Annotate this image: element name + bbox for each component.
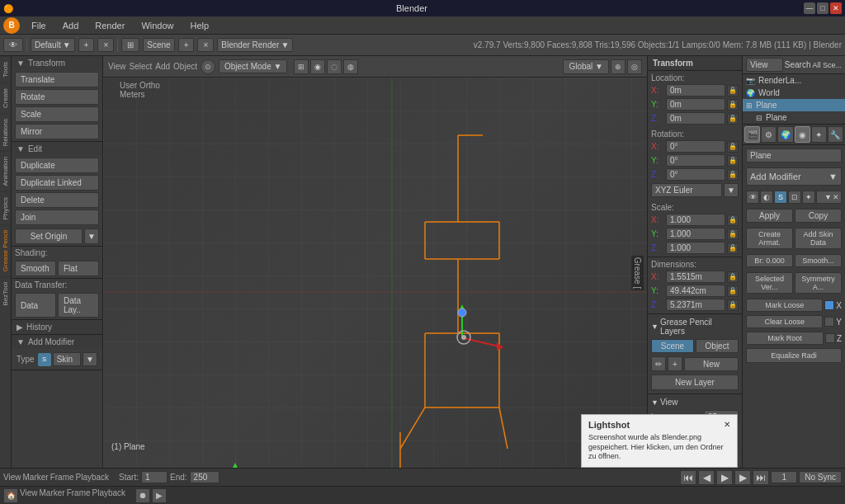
- symmetry-button[interactable]: Symmetry A...: [795, 272, 842, 294]
- add-skin-data-button[interactable]: Add Skin Data: [795, 228, 842, 249]
- object-mode-selector[interactable]: Object Mode ▼: [219, 59, 287, 73]
- copy-button[interactable]: Copy: [795, 209, 842, 223]
- status-icon1[interactable]: 🏠: [3, 488, 18, 503]
- outliner-renderla[interactable]: 📷 RenderLa...: [743, 74, 845, 87]
- location-x-lock[interactable]: 🔒: [727, 85, 739, 97]
- location-z-lock[interactable]: 🔒: [727, 113, 739, 125]
- status-playback-btn[interactable]: Playback: [92, 488, 126, 503]
- tab-beztool[interactable]: BezTool: [0, 276, 11, 310]
- tab-physics[interactable]: Physics: [0, 191, 11, 225]
- timeline-playback-btn[interactable]: Playback: [76, 473, 110, 482]
- data-lay-button[interactable]: Data Lay..: [58, 293, 99, 318]
- layout-options[interactable]: +: [78, 38, 95, 52]
- edit-header[interactable]: ▼ Edit: [12, 142, 102, 156]
- outliner-world[interactable]: 🌍 World: [743, 87, 845, 99]
- selected-ver-button[interactable]: Selected Ver...: [746, 272, 793, 294]
- view-icon-btn[interactable]: 👁: [3, 38, 23, 52]
- proportional-icon[interactable]: ◎: [627, 59, 642, 74]
- object-menu-item[interactable]: Object: [173, 62, 197, 71]
- smooth-button[interactable]: Smooth: [15, 261, 56, 276]
- scale-x-value[interactable]: 1.000: [666, 214, 725, 226]
- timeline-marker-btn[interactable]: Marker: [23, 473, 49, 482]
- viewport[interactable]: View Select Add Object ⊙ Object Mode ▼ ⊞…: [103, 56, 647, 468]
- magnet-icon[interactable]: ⊕: [611, 59, 625, 74]
- menu-add[interactable]: Add: [58, 19, 84, 32]
- viewport-rendered-icon[interactable]: ◍: [343, 59, 358, 74]
- prop-icon-constraints[interactable]: ✦: [811, 126, 827, 143]
- status-marker-btn[interactable]: Marker: [40, 488, 65, 503]
- duplicate-linked-button[interactable]: Duplicate Linked: [15, 175, 99, 191]
- create-armature-button[interactable]: Create Armat.: [746, 228, 793, 249]
- prop-icon-world[interactable]: 🌍: [777, 126, 793, 143]
- maximize-button[interactable]: □: [817, 2, 828, 14]
- data-button[interactable]: Data: [15, 293, 56, 318]
- br-button[interactable]: Br: 0.000: [746, 254, 793, 267]
- modifier-type-dropdown[interactable]: ▼: [83, 352, 97, 366]
- viewport-material-icon[interactable]: ◌: [327, 59, 342, 74]
- mod-skin-icon[interactable]: S: [774, 191, 787, 204]
- xyz-euler-dropdown[interactable]: ▼: [724, 183, 739, 197]
- view-menu-item[interactable]: View: [108, 62, 126, 71]
- prop-icon-object[interactable]: ◉: [795, 126, 810, 143]
- apply-button[interactable]: Apply: [746, 209, 793, 223]
- scene-add[interactable]: +: [178, 38, 195, 52]
- tab-create[interactable]: Create: [0, 82, 11, 113]
- mirror-button[interactable]: Mirror: [15, 124, 99, 139]
- z-checkbox[interactable]: [825, 333, 835, 343]
- render-engine-selector[interactable]: Blender Render ▼: [217, 38, 293, 52]
- jump-start-button[interactable]: ⏮: [680, 470, 696, 485]
- viewport-mode-icon[interactable]: ⊙: [201, 59, 215, 74]
- rotate-button[interactable]: Rotate: [15, 89, 99, 105]
- new-layer-button[interactable]: New Layer: [651, 374, 739, 390]
- add-modifier-header[interactable]: ▼ Add Modifier: [12, 335, 102, 349]
- clear-loose-button[interactable]: Clear Loose: [746, 315, 823, 328]
- prop-icon-scene[interactable]: ⚙: [761, 126, 777, 143]
- menu-help[interactable]: Help: [186, 19, 215, 32]
- scale-z-lock[interactable]: 🔒: [727, 243, 739, 254]
- tab-tools[interactable]: Tools: [0, 56, 11, 82]
- menu-file[interactable]: File: [26, 19, 51, 32]
- prop-icon-render[interactable]: 🎬: [744, 126, 760, 143]
- location-y-value[interactable]: 0m: [666, 98, 725, 111]
- mod-visible-render-icon[interactable]: 👁: [746, 191, 759, 204]
- viewport-canvas[interactable]: User Ortho Meters (1) Plane Grease [: [103, 78, 647, 468]
- tab-animation[interactable]: Animation: [0, 151, 11, 191]
- minimize-button[interactable]: —: [804, 2, 815, 14]
- object-button[interactable]: Object: [696, 339, 739, 353]
- dim-z-value[interactable]: 5.2371m: [666, 299, 725, 311]
- tab-relations[interactable]: Relations: [0, 113, 11, 151]
- duplicate-button[interactable]: Duplicate: [15, 158, 99, 173]
- xyz-euler-value[interactable]: XYZ Euler: [651, 183, 722, 197]
- set-origin-button[interactable]: Set Origin: [15, 228, 83, 244]
- scale-y-lock[interactable]: 🔒: [727, 228, 739, 240]
- translate-button[interactable]: Translate: [15, 72, 99, 87]
- mod-option1-icon[interactable]: ⊡: [788, 191, 801, 204]
- mod-close-icon[interactable]: ✕: [833, 193, 839, 201]
- scale-z-value[interactable]: 1.000: [666, 242, 725, 254]
- rotation-x-lock[interactable]: 🔒: [727, 141, 739, 153]
- transform-header[interactable]: ▼ Transform: [12, 56, 102, 70]
- rotation-y-value[interactable]: 0°: [666, 154, 725, 167]
- prev-keyframe-button[interactable]: ◀: [698, 470, 715, 485]
- next-keyframe-button[interactable]: ▶: [734, 470, 751, 485]
- current-frame-display[interactable]: 1: [771, 471, 797, 483]
- gp-pencil-icon[interactable]: ✏: [651, 356, 666, 371]
- search-tab[interactable]: Search: [785, 60, 811, 69]
- smooth-button-far[interactable]: Smooth...: [795, 254, 842, 267]
- status-record-btn[interactable]: ⏺: [135, 488, 150, 503]
- rotation-z-lock[interactable]: 🔒: [727, 169, 739, 181]
- viewport-solid-icon[interactable]: ◉: [310, 59, 325, 74]
- mod-visible-viewport-icon[interactable]: ◐: [760, 191, 773, 204]
- outliner-plane-parent[interactable]: ⊞ Plane: [743, 99, 845, 111]
- prop-icon-modifiers[interactable]: 🔧: [828, 126, 843, 143]
- set-origin-dropdown[interactable]: ▼: [84, 228, 99, 244]
- all-scene-tab[interactable]: All Sce...: [812, 61, 842, 69]
- menu-render[interactable]: Render: [90, 19, 130, 32]
- timeline-view-btn[interactable]: View: [3, 473, 21, 482]
- layout-selector[interactable]: Default ▼: [31, 38, 75, 52]
- tab-grease-pencil[interactable]: Grease Pencil: [0, 224, 11, 276]
- jump-end-button[interactable]: ⏭: [753, 470, 769, 485]
- scale-button[interactable]: Scale: [15, 106, 99, 122]
- dim-y-lock[interactable]: 🔒: [727, 285, 739, 297]
- scale-y-value[interactable]: 1.000: [666, 228, 725, 240]
